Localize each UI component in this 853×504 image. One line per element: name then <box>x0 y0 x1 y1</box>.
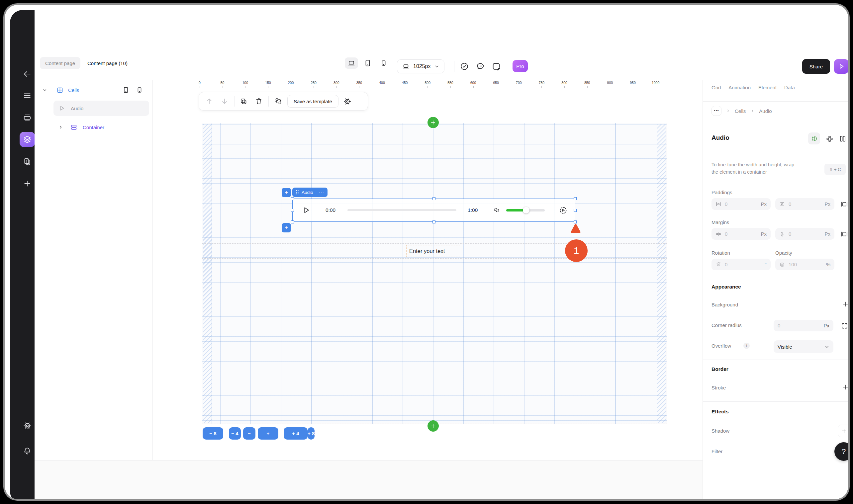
move-up-button[interactable] <box>204 96 214 106</box>
notifications-button[interactable] <box>22 446 32 455</box>
tab-content-page-10[interactable]: Content page (10) <box>87 57 127 69</box>
device-tablet-button[interactable] <box>361 57 374 69</box>
grid-size-button[interactable]: − <box>243 427 255 439</box>
grid-size-button[interactable]: + 4 <box>284 427 307 439</box>
resize-mode-button[interactable] <box>808 132 820 144</box>
opacity-icon <box>779 262 785 268</box>
add-background-button[interactable] <box>842 301 849 308</box>
volume-slider[interactable] <box>506 209 545 212</box>
device-desktop-button[interactable] <box>345 57 358 69</box>
grid-size-button[interactable]: + 8 <box>307 427 315 439</box>
padding-vertical-value[interactable]: 0 <box>788 201 824 207</box>
padding-horizontal-value[interactable]: 0 <box>725 201 761 207</box>
check-button[interactable] <box>459 61 469 71</box>
insert-after-button[interactable]: + <box>282 223 291 232</box>
drag-handle-icon[interactable] <box>296 190 299 195</box>
move-down-button[interactable] <box>219 96 230 106</box>
overflow-dropdown[interactable]: Visible <box>774 340 833 353</box>
opacity-value[interactable]: 100 <box>788 262 826 267</box>
chevron-right-icon <box>750 109 754 113</box>
breadcrumb-cells[interactable]: Cells <box>735 108 746 114</box>
grid-size-button[interactable]: − 8 <box>202 427 223 439</box>
text-element[interactable]: Enter your text <box>406 245 460 257</box>
inspector-title: Audio <box>711 134 729 141</box>
comments-button[interactable] <box>475 61 485 71</box>
duplicate-button[interactable] <box>238 96 248 106</box>
inspector-tab[interactable]: Animation <box>728 85 751 96</box>
chevron-right-icon[interactable] <box>58 125 63 129</box>
playback-speed-button[interactable] <box>559 206 568 215</box>
margin-vertical-unit: Px <box>824 231 831 237</box>
canvas-grid[interactable] <box>202 123 667 424</box>
rotation-value[interactable]: 0 <box>725 262 765 267</box>
add-stroke-button[interactable] <box>842 383 849 391</box>
ruler-tick-label: 550 <box>447 81 454 85</box>
delete-button[interactable] <box>254 96 264 106</box>
grid-size-button[interactable]: + <box>258 427 278 439</box>
margin-horizontal-value[interactable]: 0 <box>725 231 761 237</box>
replace-button[interactable] <box>273 96 283 106</box>
margin-vertical-field[interactable]: 0 Px <box>775 228 834 240</box>
add-row-top-button[interactable] <box>427 117 439 128</box>
tree-item-audio-selected[interactable]: Audio <box>53 101 149 116</box>
insert-before-button[interactable]: + <box>282 188 291 197</box>
pages-button[interactable] <box>22 157 32 166</box>
corner-radius-value[interactable]: 0 <box>778 323 823 328</box>
nodes-icon <box>825 135 834 143</box>
sections-button[interactable] <box>22 113 32 123</box>
player-play-button[interactable] <box>302 205 311 215</box>
ruler-tick-mark <box>564 86 565 88</box>
add-button[interactable] <box>22 179 32 188</box>
element-tag-audio[interactable]: Audio ··· <box>292 187 327 197</box>
info-icon[interactable]: i <box>743 343 750 349</box>
padding-horizontal-field[interactable]: 0 Px <box>711 198 771 210</box>
player-progress-bar[interactable] <box>348 209 457 211</box>
back-button[interactable] <box>22 69 32 79</box>
marker-badge[interactable]: 1 <box>565 239 588 262</box>
tab-content-page-label: Content page <box>45 60 75 66</box>
player-total-time: 1:00 <box>468 207 478 213</box>
tag-separator <box>316 190 316 195</box>
rotation-field[interactable]: 0 ° <box>711 259 771 270</box>
volume-thumb[interactable] <box>523 207 530 214</box>
menu-button[interactable] <box>22 91 32 100</box>
save-as-template-button[interactable]: Save as template <box>287 95 338 108</box>
margin-vertical-value[interactable]: 0 <box>788 231 824 237</box>
tree-item-audio-label: Audio <box>71 106 83 111</box>
device-phone-button[interactable] <box>377 57 390 69</box>
ruler-tick-label: 850 <box>584 81 590 85</box>
pro-badge: Pro <box>513 60 528 72</box>
nodes-button[interactable] <box>825 134 834 143</box>
corner-radius-expand-button[interactable] <box>840 321 849 330</box>
border-title: Border <box>711 366 728 372</box>
feedback-button[interactable] <box>491 61 501 71</box>
corner-radius-field[interactable]: 0 Px <box>774 320 833 331</box>
breadcrumb-more-button[interactable]: ••• <box>711 106 722 116</box>
layers-button-active[interactable] <box>20 132 35 147</box>
tree-item-container[interactable]: Container <box>58 122 104 132</box>
breakpoint-selector[interactable]: 1025px <box>397 59 444 73</box>
canvas-settings-button[interactable] <box>342 96 352 106</box>
margin-horizontal-field[interactable]: 0 Px <box>711 228 771 240</box>
breadcrumb-audio[interactable]: Audio <box>759 108 771 114</box>
phone-icon <box>380 59 387 67</box>
grid-size-button[interactable]: − 4 <box>229 427 241 439</box>
add-shadow-button[interactable] <box>838 425 850 437</box>
settings-button[interactable] <box>22 421 32 430</box>
columns-button[interactable] <box>838 134 847 143</box>
inspector-tab[interactable]: Element <box>758 85 777 96</box>
volume-icon[interactable] <box>493 206 501 215</box>
add-row-bottom-button[interactable] <box>427 420 439 432</box>
padding-vertical-field[interactable]: 0 Px <box>775 198 834 210</box>
share-button[interactable]: Share <box>802 59 830 74</box>
margin-expand-button[interactable] <box>840 230 849 239</box>
tab-content-page[interactable]: Content page <box>40 57 81 69</box>
edit-bubble-icon <box>492 62 501 71</box>
padding-expand-button[interactable] <box>840 200 849 209</box>
plus-icon <box>430 423 436 429</box>
inspector-tab[interactable]: Data <box>784 85 795 96</box>
opacity-field[interactable]: 100 % <box>775 259 834 270</box>
inspector-tab[interactable]: Grid <box>711 85 721 96</box>
preview-play-button[interactable] <box>834 59 849 74</box>
element-menu-button[interactable]: ··· <box>319 190 324 195</box>
